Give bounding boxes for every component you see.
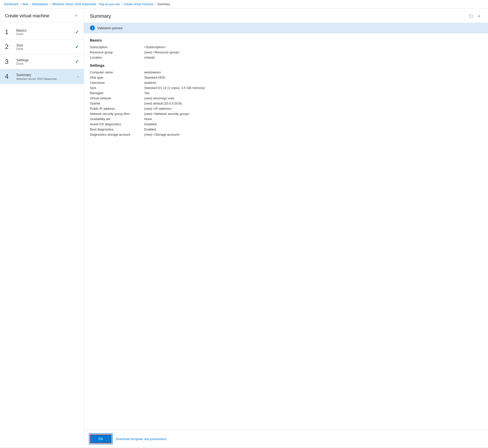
breadcrumb-sep-4: › xyxy=(121,3,122,6)
boot-diagnostics-value: Enabled xyxy=(144,128,156,131)
public-ip-label: Public IP address xyxy=(90,107,144,110)
summary-content: Basics Subscription <Subscription> Resou… xyxy=(84,33,488,430)
right-panel-close-button[interactable]: × xyxy=(476,13,482,19)
step-2-status: Done xyxy=(16,47,75,51)
step-2-name: Size xyxy=(16,43,75,47)
boot-diagnostics-label: Boot diagnostics xyxy=(90,128,144,131)
validation-banner: i Validation passed xyxy=(84,23,488,33)
public-ip-row: Public IP address (new) <IP address> xyxy=(90,107,482,110)
location-row: Location orlando xyxy=(90,56,482,59)
subscription-row: Subscription <Subscription> xyxy=(90,45,482,49)
availability-set-label: Availability set xyxy=(90,117,144,121)
username-label: Username xyxy=(90,81,144,85)
validation-text: Validation passed xyxy=(97,26,122,30)
steps-list: 1 Basics Done ✓ 2 Size Done ✓ 3 xyxy=(0,22,84,447)
download-template-link[interactable]: Download template and parameters xyxy=(116,437,166,441)
step-2-info: Size Done xyxy=(16,43,75,51)
left-panel: Create virtual machine × 1 Basics Done ✓… xyxy=(0,9,84,447)
maximize-button[interactable]: ☐ xyxy=(468,13,474,19)
guest-os-diagnostics-value: Disabled xyxy=(144,122,157,126)
left-panel-close-button[interactable]: × xyxy=(74,13,79,19)
right-panel: Summary ☐ × i Validation passed Basics S… xyxy=(84,9,488,447)
disk-type-label: Disk type xyxy=(90,76,144,79)
step-4-info: Summary Windows Server 2016 Datacenter .… xyxy=(16,73,78,80)
right-panel-footer: OK Download template and parameters xyxy=(84,430,488,447)
nsg-label: Network security group (fire... xyxy=(90,112,144,116)
size-label: Size xyxy=(90,86,144,90)
availability-set-value: None xyxy=(144,117,152,121)
managed-label: Managed xyxy=(90,91,144,95)
virtual-network-row: Virtual network (new) winvmrg1-vnet xyxy=(90,96,482,100)
disk-type-value: Standard HDD xyxy=(144,76,165,79)
breadcrumb-sep-1: › xyxy=(20,3,21,6)
settings-section: Settings Computer name windowsvm Disk ty… xyxy=(90,63,482,136)
resource-group-value: (new) <Resource group> xyxy=(144,50,180,54)
basics-section-title: Basics xyxy=(90,38,482,42)
step-3-status: Done xyxy=(16,62,75,65)
step-2-check: ✓ xyxy=(75,44,79,50)
step-4-number: 4 xyxy=(5,73,14,80)
step-4-item[interactable]: 4 Summary Windows Server 2016 Datacenter… xyxy=(0,69,84,84)
location-label: Location xyxy=(90,56,144,59)
computer-name-label: Computer name xyxy=(90,70,144,74)
location-value: orlando xyxy=(144,56,155,59)
breadcrumb-create-vm[interactable]: Create virtual machine xyxy=(124,2,153,6)
breadcrumb-sep-2: › xyxy=(30,3,31,6)
diagnostics-storage-row: Diagnostics storage account (new) <Stora… xyxy=(90,133,482,136)
step-1-name: Basics xyxy=(16,28,75,32)
breadcrumb-dashboard[interactable]: Dashboard xyxy=(4,2,19,6)
basics-section: Basics Subscription <Subscription> Resou… xyxy=(90,38,482,59)
step-3-name: Settings xyxy=(16,58,75,62)
step-2-number: 2 xyxy=(5,43,14,51)
right-panel-actions: ☐ × xyxy=(468,13,482,19)
boot-diagnostics-row: Boot diagnostics Enabled xyxy=(90,128,482,131)
left-panel-header: Create virtual machine × xyxy=(0,9,84,22)
left-panel-title: Create virtual machine xyxy=(5,13,49,19)
disk-type-row: Disk type Standard HDD xyxy=(90,76,482,79)
breadcrumb-new[interactable]: New xyxy=(22,2,28,6)
ok-button[interactable]: OK xyxy=(90,434,112,443)
step-3-number: 3 xyxy=(5,58,14,65)
diagnostics-storage-value: (new) <Storage account> xyxy=(144,133,180,136)
subscription-label: Subscription xyxy=(90,45,144,49)
step-1-info: Basics Done xyxy=(16,28,75,36)
size-row: Size Standard D1 v2 (1 vcpus, 3.5 GB mem… xyxy=(90,86,482,90)
availability-set-row: Availability set None xyxy=(90,117,482,121)
nsg-row: Network security group (fire... (new) <N… xyxy=(90,112,482,116)
step-4-chevron: › xyxy=(78,75,79,79)
step-4-subtitle: Windows Server 2016 Datacenter ... xyxy=(16,77,78,80)
public-ip-value: (new) <IP address> xyxy=(144,107,172,110)
step-1-status: Done xyxy=(16,32,75,36)
step-1-item[interactable]: 1 Basics Done ✓ xyxy=(0,25,84,40)
step-1-check: ✓ xyxy=(75,29,79,35)
right-panel-title: Summary xyxy=(90,13,111,19)
breadcrumb: Dashboard › New › Marketplace › Windows … xyxy=(0,0,488,9)
step-3-info: Settings Done xyxy=(16,58,75,65)
step-1-number: 1 xyxy=(5,28,14,36)
subnet-label: Subnet xyxy=(90,102,144,105)
step-3-item[interactable]: 3 Settings Done ✓ xyxy=(0,54,84,69)
computer-name-value: windowsvm xyxy=(144,70,161,74)
username-row: Username asadmin xyxy=(90,81,482,85)
breadcrumb-current: Summary xyxy=(157,2,170,6)
virtual-network-value: (new) winvmrg1-vnet xyxy=(144,96,174,100)
nsg-value: (new) <Network security group> xyxy=(144,112,190,116)
username-value: asadmin xyxy=(144,81,156,85)
breadcrumb-product[interactable]: Windows Server 2016 Datacenter - Pay-as-… xyxy=(52,2,120,6)
right-panel-header: Summary ☐ × xyxy=(84,9,488,23)
breadcrumb-marketplace[interactable]: Marketplace xyxy=(32,2,48,6)
breadcrumb-sep-3: › xyxy=(50,3,51,6)
managed-row: Managed Yes xyxy=(90,91,482,95)
subscription-value: <Subscription> xyxy=(144,45,166,49)
guest-os-diagnostics-row: Guest OS diagnostics Disabled xyxy=(90,122,482,126)
step-2-item[interactable]: 2 Size Done ✓ xyxy=(0,40,84,54)
subnet-row: Subnet (new) default (10.0.0.0/24) xyxy=(90,102,482,105)
main-container: Create virtual machine × 1 Basics Done ✓… xyxy=(0,9,488,447)
validation-icon: i xyxy=(90,25,95,30)
subnet-value: (new) default (10.0.0.0/24) xyxy=(144,102,182,105)
resource-group-label: Resource group xyxy=(90,50,144,54)
step-4-name: Summary xyxy=(16,73,78,77)
computer-name-row: Computer name windowsvm xyxy=(90,70,482,74)
breadcrumb-sep-5: › xyxy=(155,3,156,6)
virtual-network-label: Virtual network xyxy=(90,96,144,100)
